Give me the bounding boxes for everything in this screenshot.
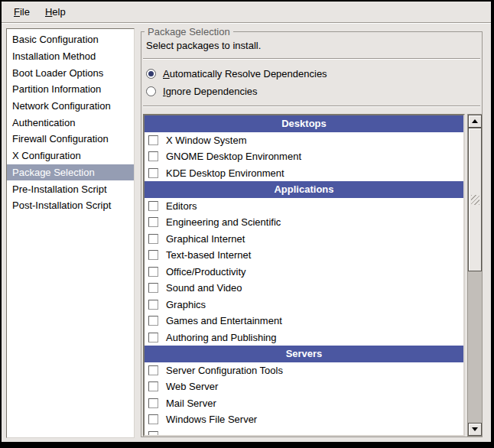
sidebar-item-x-configuration[interactable]: X Configuration (7, 148, 134, 164)
checkbox-icon[interactable] (148, 398, 158, 408)
sidebar-item-partition-information[interactable]: Partition Information (7, 81, 134, 98)
radio-option-ignore-dependencies[interactable]: Ignore Dependencies (146, 83, 327, 99)
thumb-grip-icon (471, 195, 479, 205)
sidebar-item-pre-installation-script[interactable]: Pre-Installation Script (7, 180, 134, 197)
package-group-header-servers: Servers (145, 346, 463, 362)
checkbox-icon[interactable] (148, 267, 158, 277)
package-item-kde-desktop-environment[interactable]: KDE Desktop Environment (145, 165, 463, 182)
package-item-label: Web Server (166, 381, 218, 392)
radio-label: Automatically Resolve Dependencies (163, 68, 327, 80)
checkbox-icon[interactable] (148, 333, 158, 342)
package-item-label: Authoring and Publishing (166, 332, 277, 343)
package-item-mail-server[interactable]: Mail Server (145, 395, 463, 412)
package-item-label: X Window System (166, 135, 246, 146)
accel-letter: A (163, 68, 170, 80)
down-arrow-icon (472, 427, 478, 431)
frame-title: Package Selection (145, 26, 233, 37)
menubar: FileHelp (2, 2, 491, 23)
sidebar-item-post-installation-script[interactable]: Post-Installation Script (7, 197, 134, 214)
checkbox-icon[interactable] (148, 381, 158, 391)
checkbox-icon[interactable] (148, 151, 158, 161)
up-arrow-icon (472, 119, 478, 123)
package-item-graphical-internet[interactable]: Graphical Internet (145, 231, 463, 248)
package-list-viewport: DesktopsX Window SystemGNOME Desktop Env… (143, 114, 465, 437)
accel-letter: F (14, 6, 20, 18)
package-selection-frame: Package Selection Select packages to ins… (141, 31, 483, 437)
sidebar-item-firewall-configuration[interactable]: Firewall Configuration (7, 131, 134, 148)
accel-letter: H (45, 6, 52, 18)
checkbox-icon[interactable] (148, 217, 158, 227)
sidebar-item-boot-loader-options[interactable]: Boot Loader Options (7, 64, 134, 81)
sidebar-item-package-selection[interactable]: Package Selection (7, 164, 134, 181)
checkbox-icon[interactable] (148, 234, 158, 244)
scroll-down-button[interactable] (468, 423, 482, 436)
package-item-label: Office/Productivity (166, 266, 246, 278)
package-item-web-server[interactable]: Web Server (145, 378, 463, 395)
package-item-office-productivity[interactable]: Office/Productivity (145, 264, 463, 281)
separator (143, 58, 480, 60)
sidebar-item-authentication[interactable]: Authentication (7, 114, 134, 131)
radio-icon[interactable] (146, 86, 156, 96)
package-item-label: Sound and Video (166, 282, 242, 294)
checkbox-icon[interactable] (148, 300, 158, 310)
checkbox-icon[interactable] (148, 135, 158, 145)
package-item-sound-and-video[interactable]: Sound and Video (145, 280, 463, 297)
package-group-header-applications: Applications (145, 181, 463, 198)
package-list-scrolled-window: DesktopsX Window SystemGNOME Desktop Env… (143, 114, 483, 437)
sidebar-item-installation-method[interactable]: Installation Method (7, 48, 134, 65)
package-item-label: Graphical Internet (166, 233, 245, 245)
package-item-label: Editors (166, 200, 197, 212)
scrollbar-thumb[interactable] (468, 128, 482, 271)
checkbox-icon[interactable] (148, 431, 158, 437)
scroll-up-button[interactable] (468, 115, 482, 128)
checkbox-icon[interactable] (148, 250, 158, 260)
sidebar-list: Basic ConfigurationInstallation MethodBo… (6, 28, 135, 438)
instruction-text: Select packages to install. (146, 40, 261, 51)
separator (143, 106, 480, 107)
app-window: FileHelp Basic ConfigurationInstallation… (0, 0, 494, 448)
radio-icon[interactable] (146, 69, 156, 79)
sidebar-item-network-configuration[interactable]: Network Configuration (7, 98, 134, 115)
radio-label: Ignore Dependencies (163, 86, 258, 97)
window-content: FileHelp Basic ConfigurationInstallation… (2, 2, 491, 442)
checkbox-icon[interactable] (148, 283, 158, 293)
menu-help[interactable]: Help (37, 3, 73, 21)
checkbox-icon[interactable] (148, 414, 158, 424)
checkbox-icon[interactable] (148, 365, 158, 375)
package-item-label: KDE Desktop Environment (166, 167, 284, 179)
radio-option-automatically-resolve-dependencies[interactable]: Automatically Resolve Dependencies (146, 65, 327, 82)
package-item-label: Server Configuration Tools (166, 365, 283, 376)
menu-file[interactable]: File (6, 3, 37, 21)
package-item-label: Mail Server (166, 398, 216, 409)
package-item-games-and-entertainment[interactable]: Games and Entertainment (145, 313, 463, 330)
package-item-graphics[interactable]: Graphics (145, 297, 463, 313)
checkbox-icon[interactable] (148, 201, 158, 211)
package-item-authoring-and-publishing[interactable]: Authoring and Publishing (145, 330, 463, 346)
package-item-editors[interactable]: Editors (145, 198, 463, 215)
checkbox-icon[interactable] (148, 316, 158, 326)
radio-group: Automatically Resolve DependenciesIgnore… (146, 65, 327, 100)
package-item-label: GNOME Desktop Environment (166, 151, 301, 162)
package-group-header-desktops: Desktops (145, 115, 463, 132)
package-item-x-window-system[interactable]: X Window System (145, 132, 463, 149)
vertical-scrollbar[interactable] (467, 114, 483, 437)
checkbox-icon[interactable] (148, 168, 158, 178)
accel-letter: I (163, 86, 166, 97)
package-item-engineering-and-scientific[interactable]: Engineering and Scientific (145, 214, 463, 231)
radio-dot-icon (148, 71, 154, 76)
package-item-windows-file-server[interactable]: Windows File Server (145, 411, 463, 428)
package-item-label: Text-based Internet (166, 249, 251, 261)
sidebar-item-basic-configuration[interactable]: Basic Configuration (7, 31, 134, 48)
package-item-label: Windows File Server (166, 414, 257, 425)
package-item-partial[interactable] (145, 428, 463, 437)
package-item-label: Graphics (166, 299, 206, 310)
package-item-label: Games and Entertainment (166, 315, 282, 326)
package-item-server-configuration-tools[interactable]: Server Configuration Tools (145, 362, 463, 379)
package-item-gnome-desktop-environment[interactable]: GNOME Desktop Environment (145, 148, 463, 165)
package-item-text-based-internet[interactable]: Text-based Internet (145, 247, 463, 264)
package-item-label: Engineering and Scientific (166, 216, 281, 228)
